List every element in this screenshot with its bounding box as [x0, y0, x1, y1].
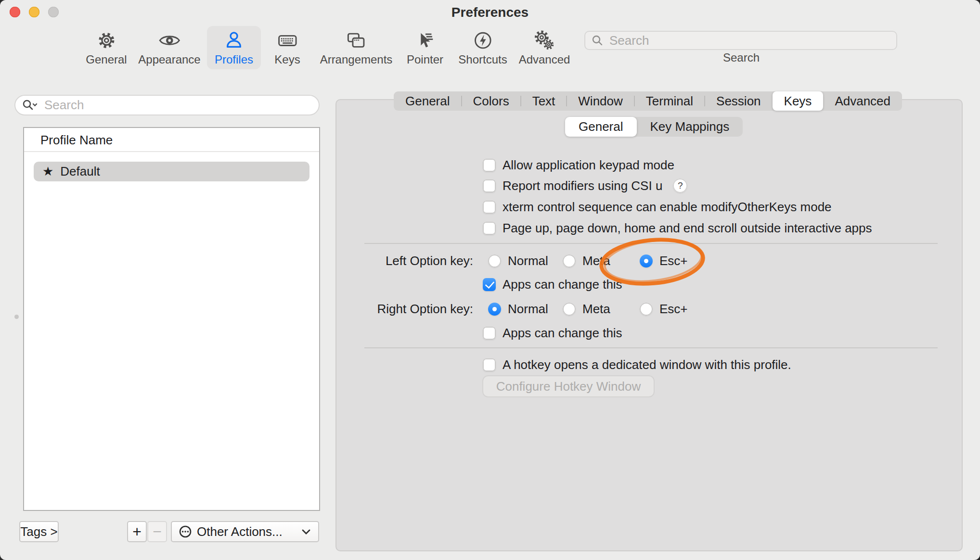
radio-group-item: Normal	[488, 254, 548, 268]
checkbox-label: Allow application keypad mode	[503, 158, 674, 173]
help-button[interactable]: ?	[673, 178, 687, 193]
radio-group-item: Esc+	[640, 254, 688, 268]
toolbar-item-keys[interactable]: Keys	[267, 26, 308, 69]
profile-row-default[interactable]: ★ Default	[34, 162, 309, 181]
search-menu-icon	[22, 99, 39, 112]
checkbox-row: Allow application keypad mode	[483, 158, 674, 172]
radio-label: Normal	[508, 302, 548, 317]
hotkey-window-checkbox[interactable]	[483, 358, 496, 371]
right-option-meta-radio[interactable]	[563, 303, 576, 316]
right-option-key-label: Right Option key:	[335, 302, 473, 316]
divider	[364, 243, 938, 244]
splitter-dot	[14, 315, 19, 319]
right-apps-can-change-checkbox[interactable]	[483, 327, 496, 340]
checkbox-label: Report modifiers using CSI u	[503, 178, 662, 193]
toolbar-item-general[interactable]: General	[78, 26, 134, 69]
tab-advanced[interactable]: Advanced	[823, 91, 902, 111]
toolbar-item-shortcuts[interactable]: Shortcuts	[451, 26, 515, 69]
preferences-window: Preferences General Appearance	[0, 0, 980, 560]
tab-colors[interactable]: Colors	[462, 91, 521, 111]
radio-label: Meta	[582, 302, 610, 317]
subtab-key-mappings[interactable]: Key Mappings	[637, 117, 743, 137]
tab-general[interactable]: General	[394, 91, 462, 111]
radio-group-item: Meta	[563, 302, 610, 316]
keyboard-icon	[276, 29, 299, 52]
checkbox-row: Page up, page down, home and end scroll …	[483, 221, 872, 235]
toolbar-item-label: Arrangements	[320, 53, 393, 66]
radio-label: Esc+	[659, 254, 688, 268]
allow-keypad-checkbox[interactable]	[483, 159, 496, 172]
toolbar-search-input[interactable]	[608, 33, 890, 49]
toolbar-item-label: Keys	[274, 53, 300, 66]
radio-group-item: Esc+	[640, 302, 688, 316]
checkbox-label: Apps can change this	[503, 326, 622, 341]
toolbar-item-advanced[interactable]: Advanced	[511, 26, 578, 69]
toolbar-item-label: Shortcuts	[458, 53, 507, 66]
toolbar-item-pointer[interactable]: Pointer	[399, 26, 451, 69]
radio-group-item: Normal	[488, 302, 548, 316]
left-option-key-label: Left Option key:	[335, 254, 473, 268]
tab-terminal[interactable]: Terminal	[634, 91, 705, 111]
gear-icon	[95, 29, 118, 52]
remove-profile-button[interactable]: −	[147, 521, 167, 542]
radio-label: Normal	[508, 254, 548, 268]
keys-subtab-bar: General Key Mappings	[565, 117, 743, 137]
search-icon	[591, 34, 604, 47]
modify-other-keys-checkbox[interactable]	[483, 201, 496, 214]
left-option-normal-radio[interactable]	[488, 255, 501, 267]
tab-window[interactable]: Window	[567, 91, 634, 111]
bolt-icon	[471, 29, 494, 52]
cursor-icon	[413, 29, 437, 52]
left-apps-can-change-checkbox[interactable]	[483, 278, 496, 291]
toolbar-item-label: General	[86, 53, 127, 66]
toolbar-item-label: Pointer	[407, 53, 443, 66]
checkbox-row: Apps can change this	[483, 326, 622, 340]
right-option-normal-radio[interactable]	[488, 303, 501, 316]
add-profile-button[interactable]: +	[127, 521, 147, 542]
right-option-esc-radio[interactable]	[640, 303, 653, 316]
profile-search-input[interactable]	[43, 97, 312, 113]
profile-tab-bar: General Colors Text Window Terminal Sess…	[394, 91, 902, 111]
toolbar-item-appearance[interactable]: Appearance	[130, 26, 208, 69]
toolbar-search-caption: Search	[693, 51, 789, 64]
chevron-down-icon	[301, 528, 311, 535]
subtab-general[interactable]: General	[565, 117, 637, 137]
checkbox-row: Apps can change this	[483, 277, 622, 292]
eye-icon	[158, 29, 181, 52]
tab-session[interactable]: Session	[705, 91, 773, 111]
star-icon: ★	[42, 164, 53, 179]
profile-list: Profile Name ★ Default	[23, 127, 320, 511]
ellipsis-circle-icon	[179, 525, 192, 538]
radio-group-item: Meta	[563, 254, 610, 268]
checkbox-row: xterm control sequence can enable modify…	[483, 200, 832, 214]
gears-icon	[533, 29, 556, 52]
toolbar-item-label: Advanced	[519, 53, 570, 66]
profile-name: Default	[60, 164, 100, 179]
tab-text[interactable]: Text	[521, 91, 567, 111]
configure-hotkey-window-button[interactable]: Configure Hotkey Window	[482, 375, 655, 397]
checkbox-label: xterm control sequence can enable modify…	[503, 200, 832, 215]
left-option-esc-radio[interactable]	[640, 255, 653, 267]
profile-search-field[interactable]	[14, 95, 320, 115]
profile-list-header: Profile Name	[24, 128, 319, 152]
toolbar-item-profiles[interactable]: Profiles	[207, 26, 261, 69]
toolbar-search-field[interactable]	[584, 31, 897, 50]
tags-button[interactable]: Tags >	[19, 521, 59, 542]
toolbar-item-arrangements[interactable]: Arrangements	[312, 26, 400, 69]
scroll-outside-apps-checkbox[interactable]	[483, 222, 496, 235]
checkbox-row: A hotkey opens a dedicated window with t…	[483, 357, 791, 372]
csi-u-checkbox[interactable]	[483, 179, 496, 192]
other-actions-dropdown[interactable]: Other Actions...	[171, 521, 319, 542]
window-title: Preferences	[0, 5, 980, 20]
other-actions-label: Other Actions...	[197, 524, 301, 539]
checkbox-row: Report modifiers using CSI u ?	[483, 178, 687, 193]
tab-keys[interactable]: Keys	[773, 91, 824, 111]
toolbar-item-label: Profiles	[215, 53, 253, 66]
divider	[364, 347, 938, 348]
checkbox-label: A hotkey opens a dedicated window with t…	[503, 357, 791, 372]
toolbar-item-label: Appearance	[138, 53, 200, 66]
radio-label: Meta	[582, 254, 610, 268]
checkbox-label: Apps can change this	[503, 277, 622, 292]
left-option-meta-radio[interactable]	[563, 255, 576, 267]
checkbox-label: Page up, page down, home and end scroll …	[503, 221, 872, 236]
